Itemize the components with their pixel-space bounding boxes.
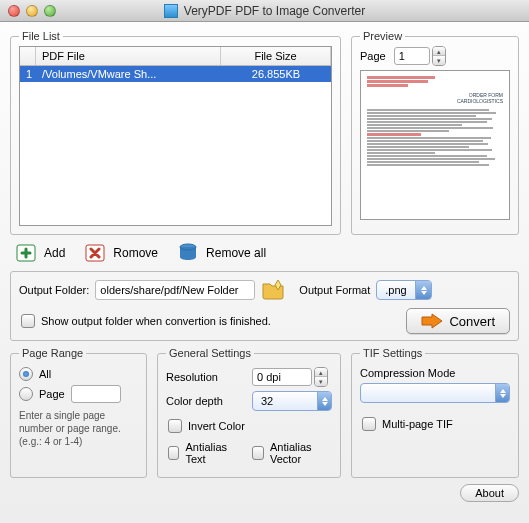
remove-button[interactable]: Romove <box>83 241 158 265</box>
add-icon <box>14 241 38 265</box>
antialias-vector-label: Antialias Vector <box>270 441 330 465</box>
resolution-stepper[interactable]: ▴▾ <box>252 367 328 387</box>
titlebar: VeryPDF PDF to Image Converter <box>0 0 529 22</box>
output-format-value: .png <box>385 284 406 296</box>
stepper-down-icon[interactable]: ▾ <box>315 377 327 386</box>
app-icon <box>164 4 178 18</box>
show-folder-label: Show output folder when convertion is fi… <box>41 315 271 327</box>
general-legend: General Settings <box>166 347 254 359</box>
output-format-select[interactable]: .png <box>376 280 432 300</box>
window-title-text: VeryPDF PDF to Image Converter <box>184 4 365 18</box>
color-depth-select[interactable]: 32 <box>252 391 332 411</box>
output-format-label: Output Format <box>299 284 370 296</box>
cell-index: 1 <box>20 66 36 82</box>
page-input[interactable] <box>394 47 430 65</box>
remove-all-button[interactable]: Remove all <box>176 241 266 265</box>
remove-icon <box>83 241 107 265</box>
col-file-size[interactable]: File Size <box>221 47 331 65</box>
about-label: About <box>475 487 504 499</box>
table-row[interactable]: 1 /Volumes/VMware Sh... 26.855KB <box>20 66 331 82</box>
page-range-group: Page Range All Page Enter a single page … <box>10 347 147 478</box>
file-table[interactable]: PDF File File Size 1 /Volumes/VMware Sh.… <box>19 46 332 226</box>
tif-settings-group: TIF Settings Compression Mode Multi-page… <box>351 347 519 478</box>
color-depth-label: Color depth <box>166 395 242 407</box>
multipage-tif-checkbox[interactable] <box>362 417 376 431</box>
remove-label: Romove <box>113 246 158 260</box>
stepper-down-icon[interactable]: ▾ <box>433 56 445 65</box>
file-list-group: File List PDF File File Size 1 /Volumes/… <box>10 30 341 235</box>
file-toolbar: Add Romove Remove all <box>10 241 519 265</box>
page-range-hint: Enter a single page number or page range… <box>19 409 138 448</box>
antialias-text-label: Antialias Text <box>185 441 236 465</box>
chevron-updown-icon <box>415 281 431 299</box>
col-pdf-file[interactable]: PDF File <box>36 47 221 65</box>
antialias-vector-checkbox[interactable] <box>252 446 264 460</box>
preview-thumbnail: ORDER FORMCARDIOLOGISTICS <box>360 70 510 220</box>
output-folder-input[interactable] <box>95 280 255 300</box>
remove-all-label: Remove all <box>206 246 266 260</box>
chevron-updown-icon <box>317 392 331 410</box>
stepper-up-icon[interactable]: ▴ <box>433 47 445 56</box>
page-range-input[interactable] <box>71 385 121 403</box>
col-index[interactable] <box>20 47 36 65</box>
content-area: File List PDF File File Size 1 /Volumes/… <box>0 22 529 523</box>
add-button[interactable]: Add <box>14 241 65 265</box>
page-stepper[interactable]: ▴ ▾ <box>394 46 446 66</box>
file-list-legend: File List <box>19 30 63 42</box>
remove-all-icon <box>176 241 200 265</box>
add-label: Add <box>44 246 65 260</box>
table-header: PDF File File Size <box>20 47 331 66</box>
page-range-legend: Page Range <box>19 347 86 359</box>
chevron-updown-icon <box>495 384 509 402</box>
page-range-all-radio[interactable] <box>19 367 33 381</box>
show-folder-checkbox[interactable] <box>21 314 35 328</box>
output-group: Output Folder: Output Format .png Show o… <box>10 271 519 341</box>
convert-arrow-icon <box>421 313 443 329</box>
page-range-page-radio[interactable] <box>19 387 33 401</box>
convert-label: Convert <box>449 314 495 329</box>
resolution-input[interactable] <box>252 368 312 386</box>
page-range-page-label: Page <box>39 388 65 400</box>
invert-color-label: Invert Color <box>188 420 245 432</box>
compression-label: Compression Mode <box>360 367 510 379</box>
preview-group: Preview Page ▴ ▾ ORD <box>351 30 519 235</box>
stepper-up-icon[interactable]: ▴ <box>315 368 327 377</box>
general-settings-group: General Settings Resolution ▴▾ Color dep… <box>157 347 341 478</box>
browse-folder-icon[interactable] <box>261 278 285 302</box>
output-folder-label: Output Folder: <box>19 284 89 296</box>
tif-legend: TIF Settings <box>360 347 425 359</box>
invert-color-checkbox[interactable] <box>168 419 182 433</box>
window-title: VeryPDF PDF to Image Converter <box>0 4 529 18</box>
cell-file: /Volumes/VMware Sh... <box>36 66 221 82</box>
page-range-all-label: All <box>39 368 51 380</box>
page-label: Page <box>360 50 386 62</box>
about-button[interactable]: About <box>460 484 519 502</box>
antialias-text-checkbox[interactable] <box>168 446 179 460</box>
compression-select[interactable] <box>360 383 510 403</box>
cell-size: 26.855KB <box>221 66 331 82</box>
app-window: VeryPDF PDF to Image Converter File List… <box>0 0 529 523</box>
convert-button[interactable]: Convert <box>406 308 510 334</box>
color-depth-value: 32 <box>261 395 273 407</box>
multipage-tif-label: Multi-page TIF <box>382 418 453 430</box>
preview-legend: Preview <box>360 30 405 42</box>
resolution-label: Resolution <box>166 371 242 383</box>
